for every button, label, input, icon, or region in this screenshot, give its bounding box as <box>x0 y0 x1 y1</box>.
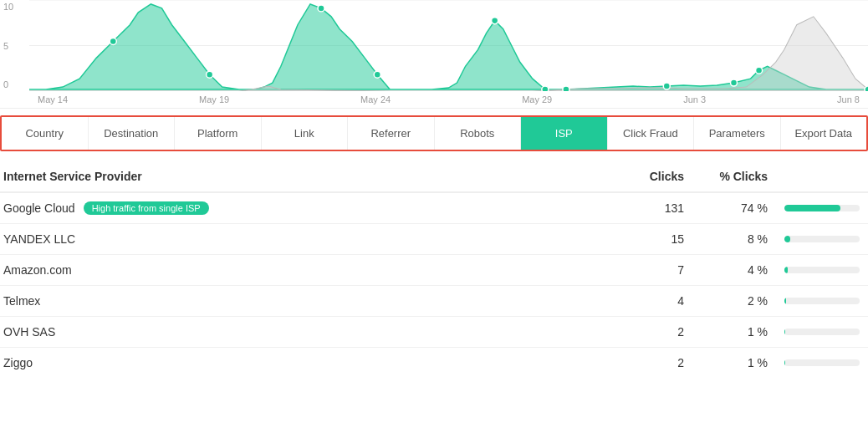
tabs-container: Country Destination Platform Link Referr… <box>0 115 868 151</box>
x-label-may19: May 19 <box>199 94 229 104</box>
bar-container <box>784 359 868 366</box>
table-header: Internet Service Provider Clicks % Click… <box>0 165 868 193</box>
x-label-may29: May 29 <box>522 94 552 104</box>
table-row: OVH SAS21 % <box>0 317 868 348</box>
tab-isp[interactable]: ISP <box>521 117 608 150</box>
chart-y-labels: 10 5 0 <box>0 0 29 91</box>
pct-value: 4 % <box>701 263 784 277</box>
bar-fill <box>784 267 788 273</box>
tab-click-fraud[interactable]: Click Fraud <box>608 117 695 150</box>
isp-name: Telmex <box>0 294 617 308</box>
isp-name: YANDEX LLC <box>0 232 617 246</box>
clicks-value: 2 <box>617 325 701 339</box>
chart-svg <box>29 0 868 91</box>
tab-link[interactable]: Link <box>262 117 349 150</box>
pct-value: 74 % <box>701 201 784 215</box>
clicks-value: 15 <box>617 232 701 246</box>
chart-x-labels: May 14 May 19 May 24 May 29 Jun 3 Jun 8 <box>29 91 868 108</box>
bar-fill <box>784 236 790 242</box>
pct-value: 2 % <box>701 294 784 308</box>
clicks-value: 131 <box>617 201 701 215</box>
table-row: Google CloudHigh traffic from single ISP… <box>0 193 868 224</box>
pct-value: 8 % <box>701 232 784 246</box>
bar-container <box>784 329 868 335</box>
svg-point-5 <box>318 5 324 12</box>
pct-value: 1 % <box>701 356 784 369</box>
bar-container <box>784 298 868 304</box>
x-label-jun8: Jun 8 <box>837 94 860 104</box>
col-header-clicks: Clicks <box>617 170 701 183</box>
bar-track <box>784 267 860 273</box>
isp-table: Internet Service Provider Clicks % Click… <box>0 158 868 385</box>
tab-platform[interactable]: Platform <box>175 117 262 150</box>
tabs-bar: Country Destination Platform Link Referr… <box>2 117 866 150</box>
col-header-pct: % Clicks <box>701 170 784 183</box>
table-rows-container: Google CloudHigh traffic from single ISP… <box>0 193 868 378</box>
bar-track <box>784 298 860 304</box>
bar-container <box>784 236 868 242</box>
chart-area: 10 5 0 May 14 May 1 <box>0 0 868 109</box>
bar-track <box>784 205 860 211</box>
bar-fill <box>784 329 785 335</box>
bar-fill <box>784 359 785 366</box>
clicks-value: 7 <box>617 263 701 277</box>
high-traffic-badge: High traffic from single ISP <box>84 201 209 215</box>
svg-point-4 <box>207 71 213 78</box>
x-label-jun3: Jun 3 <box>683 94 706 104</box>
svg-point-10 <box>663 83 670 89</box>
table-row: Amazon.com74 % <box>0 255 868 286</box>
table-row: YANDEX LLC158 % <box>0 224 868 255</box>
y-label-0: 0 <box>3 79 26 89</box>
bar-fill <box>784 205 840 211</box>
svg-point-7 <box>492 18 498 24</box>
svg-point-3 <box>110 38 116 45</box>
bar-track <box>784 236 860 242</box>
table-row: Ziggo21 % <box>0 348 868 378</box>
tab-referrer[interactable]: Referrer <box>348 117 435 150</box>
tab-country[interactable]: Country <box>2 117 89 150</box>
bar-track <box>784 359 860 366</box>
clicks-value: 2 <box>617 356 701 369</box>
isp-name: Google CloudHigh traffic from single ISP <box>0 201 617 215</box>
tab-parameters[interactable]: Parameters <box>694 117 781 150</box>
tab-robots[interactable]: Robots <box>435 117 522 150</box>
svg-point-12 <box>756 67 763 74</box>
pct-value: 1 % <box>701 325 784 339</box>
bar-container <box>784 205 868 211</box>
svg-point-6 <box>374 71 380 78</box>
clicks-value: 4 <box>617 294 701 308</box>
svg-point-11 <box>731 79 738 86</box>
y-label-5: 5 <box>3 41 26 51</box>
bar-track <box>784 329 860 335</box>
isp-name: OVH SAS <box>0 325 617 339</box>
tab-destination[interactable]: Destination <box>89 117 176 150</box>
bar-fill <box>784 298 786 304</box>
col-header-name: Internet Service Provider <box>0 170 617 183</box>
y-label-10: 10 <box>3 2 26 12</box>
isp-name: Ziggo <box>0 356 617 369</box>
x-label-may14: May 14 <box>38 94 68 104</box>
isp-name: Amazon.com <box>0 263 617 277</box>
x-label-may24: May 24 <box>360 94 391 104</box>
tab-export-data[interactable]: Export Data <box>781 117 867 150</box>
bar-container <box>784 267 868 273</box>
table-row: Telmex42 % <box>0 286 868 317</box>
